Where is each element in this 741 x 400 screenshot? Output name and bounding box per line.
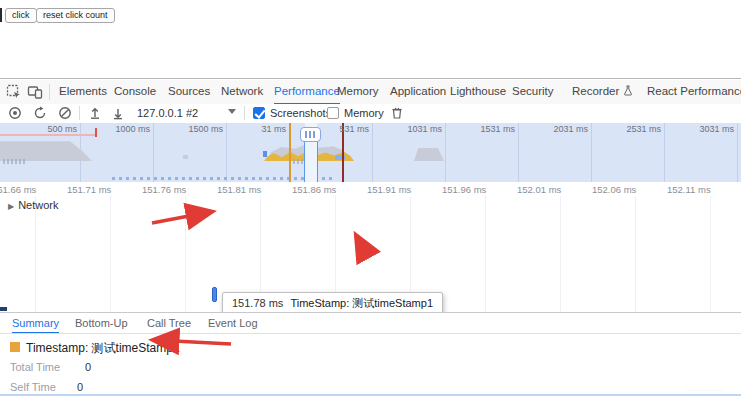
flame-gridline: [560, 196, 561, 312]
summary-panel: SummaryBottom-UpCall TreeEvent Log Times…: [0, 312, 741, 400]
toolbar-separator-2: [244, 106, 245, 120]
overview-gridline: [153, 123, 154, 182]
overview-tick-label: 1500 ms: [165, 124, 223, 134]
screenshots-label: Screenshots: [270, 106, 331, 121]
marker-line-orange: [289, 123, 291, 182]
overview-gridline: [372, 123, 373, 182]
ruler-tick-label: 152.01 ms: [517, 184, 561, 195]
flame-gridline: [35, 196, 36, 312]
timestamp-tooltip: 151.78 msTimeStamp: 测试timeStamp1: [222, 292, 443, 312]
overview-gridline: [591, 123, 592, 182]
ruler-tick-label: 151.66 ms: [0, 184, 36, 195]
tab-security[interactable]: Security: [512, 80, 554, 103]
tab-application[interactable]: Application: [390, 80, 446, 103]
overview-gridline: [226, 123, 227, 182]
network-section-header[interactable]: ▶Network: [8, 199, 59, 211]
summary-tab-event-log[interactable]: Event Log: [208, 314, 258, 332]
summary-tab-summary[interactable]: Summary: [12, 314, 59, 334]
tab-lighthouse[interactable]: Lighthouse: [450, 80, 506, 103]
tooltip-label: TimeStamp: 测试timeStamp1: [290, 297, 433, 309]
drawer-divider: [0, 394, 741, 396]
overview-tick-label: 1000 ms: [92, 124, 150, 134]
tab-memory[interactable]: Memory: [337, 80, 379, 103]
overview-tick-label: 1031 ms: [384, 124, 442, 134]
devtools-panel: ElementsConsoleSourcesNetworkPerformance…: [0, 78, 741, 400]
timeline-overview[interactable]: 500 ms1000 ms1500 ms31 ms531 ms1031 ms15…: [0, 123, 741, 183]
screenshot-canvas: click reset click count ElementsConsoleS…: [0, 0, 741, 400]
chevron-down-icon: [228, 109, 236, 114]
overview-gridline: [737, 123, 738, 182]
overview-gridline: [518, 123, 519, 182]
flask-icon: [619, 85, 632, 97]
overview-gridline: [664, 123, 665, 182]
cpu-activity-right: [414, 148, 444, 161]
ruler-tick-label: 151.86 ms: [292, 184, 336, 195]
overview-tick-label: 1531 ms: [457, 124, 515, 134]
total-time-value: 0: [85, 361, 91, 373]
reload-record-icon[interactable]: [33, 106, 47, 120]
total-time-label: Total Time: [10, 361, 60, 373]
summary-tab-call-tree[interactable]: Call Tree: [147, 314, 191, 332]
tab-react-performance[interactable]: React Performance: [647, 80, 741, 103]
timestamp-legend-swatch: [10, 342, 20, 352]
left-edge-mark-navy: [0, 307, 7, 311]
watermark: ∙∙∙∙∙∙∙∙∙∙∙∙∙∙∙∙: [686, 387, 724, 393]
flame-gridline: [635, 196, 636, 312]
flame-gridline: [110, 196, 111, 312]
toggle-device-toolbar-icon[interactable]: [27, 84, 43, 100]
ruler-tick-label: 151.71 ms: [67, 184, 111, 195]
flame-gridline: [185, 196, 186, 312]
load-profile-icon[interactable]: [88, 106, 102, 120]
record-icon[interactable]: [8, 106, 22, 120]
overview-tick-label: 2531 ms: [603, 124, 661, 134]
summary-tab-bottom-up[interactable]: Bottom-Up: [75, 314, 128, 332]
toolbar-separator: [79, 106, 80, 120]
ruler-tick-label: 151.91 ms: [367, 184, 411, 195]
tab-performance[interactable]: Performance: [274, 80, 340, 105]
flame-gridline: [485, 196, 486, 312]
tab-sources[interactable]: Sources: [168, 80, 210, 103]
network-ticks-row: [112, 177, 336, 180]
self-time-label: Self Time: [10, 381, 56, 393]
self-time-value: 0: [77, 381, 83, 393]
memory-label: Memory: [344, 106, 384, 121]
reset-click-count-button[interactable]: reset click count: [36, 8, 115, 23]
tab-elements[interactable]: Elements: [59, 80, 107, 103]
tab-recorder[interactable]: Recorder: [572, 80, 633, 103]
performance-toolbar: 127.0.0.1 #2 Screenshots Memory: [0, 104, 741, 124]
overview-tick-label: 531 ms: [311, 124, 369, 134]
filmstrip-text-left: [3, 159, 27, 164]
filmstrip-blue-square: [263, 151, 267, 157]
tabbar-separator: [49, 84, 50, 100]
inspect-element-icon[interactable]: [6, 84, 22, 100]
load-marker-line: [0, 134, 96, 136]
overview-tick-label: 500 ms: [19, 124, 77, 134]
cpu-activity-dot: [183, 155, 188, 159]
summary-tabbar-divider: [0, 333, 741, 334]
click-button[interactable]: click: [5, 8, 37, 23]
ruler-tick-label: 151.76 ms: [142, 184, 186, 195]
time-ruler: 151.66 ms151.71 ms151.76 ms151.81 ms151.…: [0, 182, 741, 197]
tooltip-time: 151.78 ms: [232, 297, 283, 309]
tab-network[interactable]: Network: [221, 80, 263, 103]
clear-icon[interactable]: [58, 106, 72, 120]
screenshots-checkbox[interactable]: [253, 107, 265, 119]
devtools-tab-bar: ElementsConsoleSourcesNetworkPerformance…: [0, 80, 741, 105]
cpu-activity-left: [0, 140, 92, 161]
ruler-tick-label: 151.81 ms: [217, 184, 261, 195]
flame-gridline: [710, 196, 711, 312]
flame-chart-area[interactable]: ▶Network 151.78 msTimeStamp: 测试timeStamp…: [0, 196, 741, 312]
overview-tick-label: 3031 ms: [676, 124, 734, 134]
collapsed-triangle-icon[interactable]: ▶: [8, 202, 14, 211]
ruler-tick-label: 152.11 ms: [667, 184, 711, 195]
overview-gridline: [445, 123, 446, 182]
tab-console[interactable]: Console: [114, 80, 156, 103]
save-profile-icon[interactable]: [111, 106, 125, 120]
overview-tick-label: 31 ms: [228, 124, 286, 134]
ruler-tick-label: 151.96 ms: [442, 184, 486, 195]
timestamp-marker[interactable]: [212, 287, 217, 302]
trash-icon[interactable]: [390, 106, 404, 120]
memory-checkbox[interactable]: [327, 107, 339, 119]
ruler-tick-label: 152.06 ms: [592, 184, 636, 195]
page-edge-artifact: [0, 8, 2, 22]
